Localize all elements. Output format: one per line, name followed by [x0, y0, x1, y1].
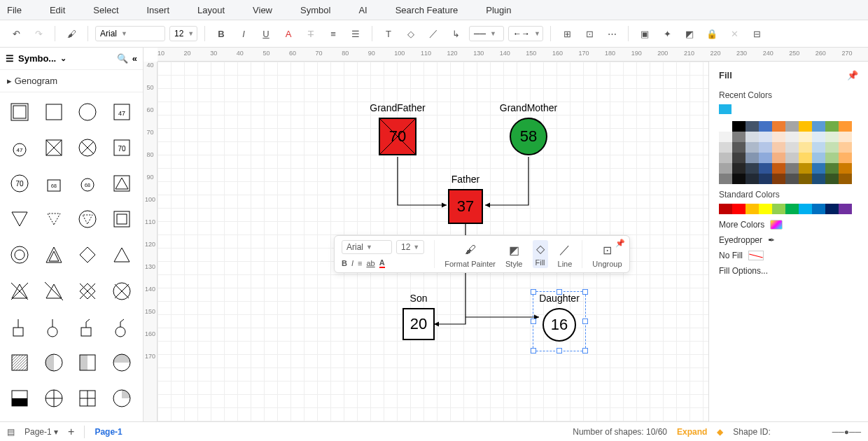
symbol[interactable] [108, 205, 136, 233]
color-swatch[interactable] [825, 132, 839, 142]
tools-button[interactable]: ✕ [725, 24, 743, 43]
clear-format-button[interactable]: T̶ [302, 24, 320, 43]
color-swatch[interactable] [785, 174, 799, 184]
layers-icon[interactable]: ▤ [7, 427, 15, 437]
color-swatch[interactable] [785, 142, 799, 153]
line-spacing-button[interactable]: ☰ [346, 24, 365, 43]
color-swatch[interactable] [732, 142, 746, 153]
symbol[interactable]: 70 [6, 169, 34, 197]
color-swatch[interactable] [825, 153, 839, 163]
symbol[interactable] [40, 277, 68, 305]
symbol[interactable] [40, 349, 68, 377]
mini-abc[interactable]: ab [366, 259, 374, 267]
color-swatch[interactable] [719, 174, 732, 184]
color-swatch[interactable] [732, 121, 746, 132]
mini-style[interactable]: ◩Style [505, 243, 522, 268]
color-swatch[interactable] [812, 174, 825, 184]
symbol[interactable] [6, 205, 34, 233]
menu-symbol[interactable]: Symbol [300, 5, 330, 15]
color-swatch[interactable] [732, 132, 746, 142]
node-grandmother[interactable]: GrandMother 58 [510, 118, 547, 155]
color-swatch[interactable] [785, 153, 799, 163]
color-swatch[interactable] [719, 121, 732, 132]
color-swatch[interactable] [825, 163, 839, 174]
color-swatch[interactable] [746, 204, 759, 214]
diamond-icon[interactable]: ◆ [717, 427, 723, 437]
symbol[interactable] [40, 384, 68, 412]
color-swatch[interactable] [746, 153, 759, 163]
color-swatch[interactable] [772, 204, 785, 214]
more-button[interactable]: ⋯ [603, 24, 621, 43]
symbol[interactable] [108, 349, 136, 377]
search-icon[interactable]: 🔍 [117, 53, 128, 64]
redo-button[interactable]: ↷ [29, 24, 48, 43]
color-swatch[interactable] [732, 163, 746, 174]
color-swatch[interactable] [839, 204, 852, 214]
color-swatch[interactable] [825, 121, 839, 132]
color-swatch[interactable] [825, 204, 839, 214]
underline-button[interactable]: U [257, 24, 275, 43]
symbol[interactable] [6, 98, 34, 126]
menu-insert[interactable]: Insert [147, 5, 170, 15]
color-swatch[interactable] [759, 153, 772, 163]
mini-pin-icon[interactable]: 📌 [615, 239, 625, 248]
color-swatch[interactable] [839, 132, 852, 142]
symbol[interactable] [108, 241, 136, 269]
color-swatch[interactable] [732, 204, 746, 214]
arrow-style-select[interactable]: ←→▼ [508, 26, 543, 41]
hamburger-icon[interactable]: ☰ [6, 53, 14, 64]
zoom-slider[interactable]: ──●── [832, 427, 861, 437]
category-genogram[interactable]: ▸ Genogram [0, 70, 143, 92]
color-swatch[interactable] [812, 121, 825, 132]
color-swatch[interactable] [812, 204, 825, 214]
menu-plugin[interactable]: Plugin [486, 5, 511, 15]
symbol[interactable] [74, 205, 102, 233]
color-swatch[interactable] [772, 121, 785, 132]
color-swatch[interactable] [746, 163, 759, 174]
symbol[interactable] [74, 241, 102, 269]
color-swatch[interactable] [825, 174, 839, 184]
color-swatch[interactable] [772, 163, 785, 174]
mini-format-painter[interactable]: 🖌Format Painter [444, 243, 496, 268]
color-swatch[interactable] [746, 142, 759, 153]
color-swatch[interactable] [812, 153, 825, 163]
color-swatch[interactable] [839, 121, 852, 132]
color-swatch[interactable] [799, 132, 812, 142]
symbol[interactable] [74, 134, 102, 162]
menu-view[interactable]: View [253, 5, 272, 15]
lock-button[interactable]: 🔒 [703, 24, 721, 43]
symbol[interactable]: 47 [108, 98, 136, 126]
add-page-button[interactable]: + [68, 426, 74, 438]
color-swatch[interactable] [719, 163, 732, 174]
color-swatch[interactable] [785, 121, 799, 132]
color-swatch[interactable] [785, 204, 799, 214]
collapse-icon[interactable]: « [132, 53, 137, 64]
font-size-select[interactable]: 12▼ [169, 26, 197, 41]
ungroup-button[interactable]: ⊡ [580, 24, 598, 43]
color-swatch[interactable] [732, 174, 746, 184]
mini-fill[interactable]: ◇Fill [533, 240, 548, 268]
effects-button[interactable]: ✦ [658, 24, 676, 43]
symbol[interactable] [74, 98, 102, 126]
group-button[interactable]: ⊞ [558, 24, 576, 43]
italic-button[interactable]: I [234, 24, 253, 43]
undo-button[interactable]: ↶ [7, 24, 25, 43]
color-swatch[interactable] [746, 121, 759, 132]
symbol[interactable] [6, 277, 34, 305]
color-swatch[interactable] [772, 132, 785, 142]
color-swatch[interactable] [759, 142, 772, 153]
chevron-down-icon[interactable]: ⌄ [60, 54, 66, 63]
symbol[interactable] [6, 241, 34, 269]
color-swatch[interactable] [719, 132, 732, 142]
color-swatch[interactable] [772, 142, 785, 153]
mini-italic[interactable]: I [351, 259, 354, 267]
color-swatch[interactable] [839, 174, 852, 184]
symbol[interactable] [6, 384, 34, 412]
color-swatch[interactable] [719, 204, 732, 214]
color-swatch[interactable] [812, 142, 825, 153]
symbol[interactable]: 47 [6, 134, 34, 162]
page-tab[interactable]: Page-1 [94, 427, 122, 437]
color-swatch[interactable] [785, 163, 799, 174]
color-swatch[interactable] [772, 174, 785, 184]
text-tool-button[interactable]: T [379, 24, 398, 43]
